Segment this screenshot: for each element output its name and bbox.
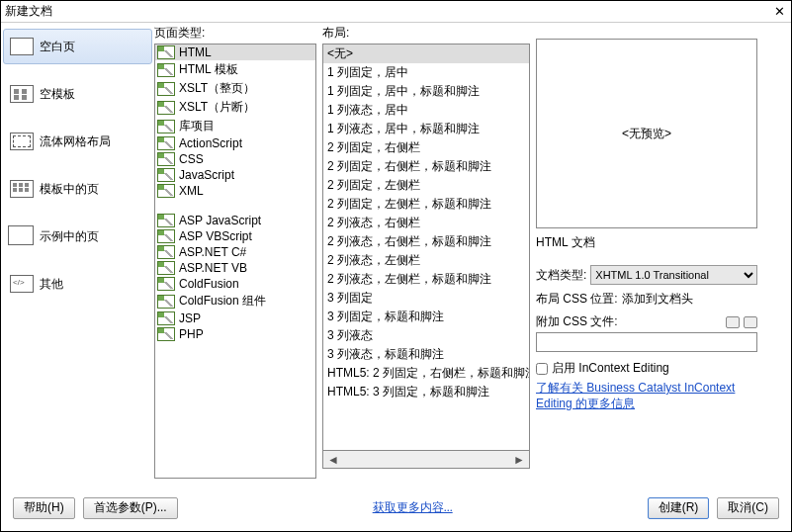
list-item-label: XML	[179, 184, 204, 198]
layoutcss-value: 添加到文档头	[622, 291, 757, 308]
incontext-row: 启用 InContext Editing	[536, 360, 757, 377]
list-item[interactable]: 1 列液态，居中，标题和脚注	[323, 120, 529, 138]
attachcss-icons	[726, 316, 757, 328]
list-item[interactable]: 2 列液态，左侧栏，标题和脚注	[323, 270, 529, 289]
list-item[interactable]: ASP.NET C#	[155, 244, 315, 260]
doctype-select[interactable]: XHTML 1.0 Transitional	[590, 265, 757, 285]
sidebar-item-label: 空模板	[40, 86, 75, 103]
list-item[interactable]: HTML 模板	[155, 60, 315, 79]
list-item[interactable]: 3 列液态	[323, 326, 529, 345]
file-type-icon	[157, 229, 175, 243]
list-item[interactable]: 1 列液态，居中	[323, 101, 529, 120]
list-item[interactable]: HTML	[155, 44, 315, 60]
page-type-label: 页面类型:	[154, 25, 316, 42]
list-item[interactable]: 2 列固定，右侧栏，标题和脚注	[323, 157, 529, 176]
cancel-button[interactable]: 取消(C)	[717, 497, 779, 519]
list-item[interactable]: XML	[155, 183, 315, 199]
file-type-icon	[157, 261, 175, 275]
layout-hscrollbar[interactable]: ◄ ►	[322, 451, 530, 469]
layout-listbox[interactable]: <无>1 列固定，居中1 列固定，居中，标题和脚注1 列液态，居中1 列液态，居…	[322, 44, 530, 451]
prefs-button[interactable]: 首选参数(P)...	[83, 497, 178, 519]
list-item[interactable]: HTML5: 3 列固定，标题和脚注	[323, 383, 529, 401]
preview-box: <无预览>	[536, 39, 757, 228]
list-item[interactable]: 2 列固定，右侧栏	[323, 138, 529, 157]
list-item[interactable]: 库项目	[155, 117, 315, 135]
list-item[interactable]: XSLT（整页）	[155, 79, 315, 98]
get-more-link[interactable]: 获取更多内容...	[373, 499, 453, 516]
help-button[interactable]: 帮助(H)	[13, 497, 75, 519]
list-item-label: ColdFusion	[179, 277, 239, 291]
file-type-icon	[157, 214, 175, 227]
link-css-icon[interactable]	[726, 316, 740, 328]
attachcss-label: 附加 CSS 文件:	[536, 313, 618, 330]
list-item[interactable]: ASP VBScript	[155, 228, 315, 244]
list-item[interactable]: ColdFusion 组件	[155, 292, 315, 310]
list-item-label: 库项目	[179, 118, 215, 134]
list-item[interactable]: 1 列固定，居中，标题和脚注	[323, 82, 529, 101]
file-type-icon	[157, 311, 175, 325]
columns-area: 页面类型: HTMLHTML 模板XSLT（整页）XSLT（片断）库项目Acti…	[154, 23, 791, 488]
list-item[interactable]: ColdFusion	[155, 276, 315, 292]
list-item[interactable]: 2 列液态，左侧栏	[323, 251, 529, 270]
sidebar-item-label: 空白页	[40, 39, 75, 55]
attachcss-row: 附加 CSS 文件:	[536, 313, 757, 330]
sidebar-item-blank[interactable]: 空白页	[3, 29, 152, 64]
create-button[interactable]: 创建(R)	[648, 497, 710, 519]
close-icon[interactable]: ✕	[771, 4, 787, 20]
detach-css-icon[interactable]	[744, 316, 757, 328]
list-item[interactable]: 2 列液态，右侧栏，标题和脚注	[323, 232, 529, 251]
layoutcss-label: 布局 CSS 位置:	[536, 291, 618, 308]
sidebar-item-page-from-sample[interactable]: 示例中的页	[3, 219, 152, 254]
list-item-label: JSP	[179, 311, 201, 325]
list-item[interactable]: <无>	[323, 44, 529, 63]
file-type-icon	[157, 120, 175, 133]
list-item-label: ASP VBScript	[179, 229, 252, 243]
list-item-label: XSLT（整页）	[179, 80, 255, 97]
list-item-label: ASP JavaScript	[179, 214, 261, 227]
list-item[interactable]: 3 列固定	[323, 289, 529, 308]
fluid-grid-icon	[10, 133, 34, 150]
file-type-icon	[157, 168, 175, 182]
file-type-icon	[157, 277, 175, 291]
list-item[interactable]: 3 列液态，标题和脚注	[323, 345, 529, 364]
list-item[interactable]: 2 列液态，右侧栏	[323, 214, 529, 232]
attachcss-input[interactable]	[536, 332, 757, 352]
scroll-left-icon[interactable]: ◄	[327, 454, 339, 466]
file-type-icon	[157, 184, 175, 198]
list-item[interactable]: HTML5: 2 列固定，右侧栏，标题和脚注	[323, 364, 529, 383]
list-item-label: XSLT（片断）	[179, 99, 255, 116]
list-item-label: ColdFusion 组件	[179, 293, 266, 310]
file-type-icon	[157, 101, 175, 115]
list-item[interactable]: ActionScript	[155, 135, 315, 151]
file-type-icon	[157, 152, 175, 166]
sidebar-item-blank-template[interactable]: 空模板	[3, 76, 152, 112]
footer: 帮助(H) 首选参数(P)... 获取更多内容... 创建(R) 取消(C)	[1, 488, 791, 527]
window-title: 新建文档	[5, 3, 771, 20]
learn-more-link[interactable]: 了解有关 Business Catalyst InContext Editing…	[536, 381, 757, 411]
layoutcss-row: 布局 CSS 位置: 添加到文档头	[536, 291, 757, 308]
list-item[interactable]: 3 列固定，标题和脚注	[323, 308, 529, 326]
page-type-listbox[interactable]: HTMLHTML 模板XSLT（整页）XSLT（片断）库项目ActionScri…	[154, 44, 316, 479]
sample-page-icon	[10, 227, 34, 245]
list-item[interactable]: 1 列固定，居中	[323, 63, 529, 82]
list-item[interactable]: ASP.NET VB	[155, 260, 315, 276]
list-item-label: HTML	[179, 45, 212, 59]
list-item[interactable]: XSLT（片断）	[155, 98, 315, 117]
other-icon	[10, 275, 34, 293]
sidebar-item-page-from-template[interactable]: 模板中的页	[3, 171, 152, 207]
list-item[interactable]: JavaScript	[155, 167, 315, 183]
file-type-icon	[157, 327, 175, 341]
list-item-label: ActionScript	[179, 136, 242, 150]
sidebar-item-label: 其他	[40, 276, 63, 293]
sidebar-item-fluid-grid[interactable]: 流体网格布局	[3, 124, 152, 159]
blank-page-icon	[10, 38, 34, 55]
list-item[interactable]: JSP	[155, 310, 315, 326]
list-item[interactable]: CSS	[155, 151, 315, 167]
list-item[interactable]: ASP JavaScript	[155, 213, 315, 228]
incontext-checkbox[interactable]	[536, 363, 548, 375]
list-item[interactable]: 2 列固定，左侧栏，标题和脚注	[323, 195, 529, 214]
list-item[interactable]: PHP	[155, 326, 315, 342]
list-item[interactable]: 2 列固定，左侧栏	[323, 176, 529, 195]
sidebar-item-other[interactable]: 其他	[3, 266, 152, 302]
scroll-right-icon[interactable]: ►	[513, 454, 525, 466]
